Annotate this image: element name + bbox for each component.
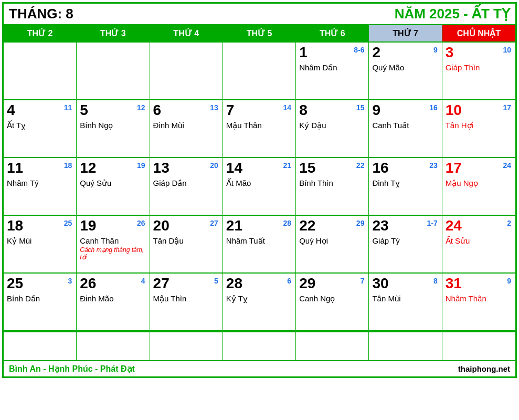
day-number: 26 [80,276,146,292]
day-number: 13 [153,160,219,176]
lunar-name: Quý Hợi [299,236,365,246]
lunar-name: Tân Mùi [372,294,438,303]
day-number: 5 [80,102,146,119]
day-cell-16: 1623Đinh Tỵ [369,158,442,216]
day-number: 2 [372,45,438,61]
lunar-name: Đinh Mùi [153,121,219,130]
lunar-name: Nhâm Dần [299,63,365,72]
day-header-thứ-5: THỨ 5 [223,25,296,41]
lunar-name: Nhâm Thân [446,294,512,303]
lunar-name: Bính Thìn [299,178,365,187]
lunar-number: 13 [210,103,218,112]
day-cell-28: 286Kỷ Tỵ [223,274,296,331]
extra-cell [442,332,515,361]
extra-cell [296,332,369,361]
day-number: 22 [299,218,365,234]
day-number: 18 [7,218,73,234]
lunar-number: 10 [503,46,511,54]
day-cell-4: 411Ất Tỵ [4,100,77,158]
day-number: 7 [226,102,292,119]
day-number: 17 [446,160,512,176]
lunar-number: 9 [507,277,511,285]
lunar-number: 8-6 [354,46,364,54]
day-cell-1: 18-6Nhâm Dần [296,43,369,100]
footer-website: thaiphong.net [458,364,510,373]
lunar-name: Ất Sửu [446,236,512,246]
day-header-thứ-7: THỨ 7 [369,25,442,41]
day-number: 16 [372,160,438,176]
lunar-number: 26 [137,219,145,227]
lunar-name: Mậu Thìn [153,294,219,303]
lunar-number: 16 [429,103,438,112]
extra-cell [150,332,223,361]
day-headers-row: THỨ 2THỨ 3THỨ 4THỨ 5THỨ 6THỨ 7CHỦ NHẬT [4,24,515,41]
empty-cell [223,43,296,100]
day-number: 9 [372,102,438,119]
day-note: Cách mạng tháng tám, tối [80,246,146,261]
lunar-name: Mậu Thân [226,121,292,130]
lunar-number: 2 [507,219,511,227]
day-cell-17: 1724Mậu Ngọ [442,158,515,216]
day-cell-12: 1219Quý Sửu [77,158,150,216]
lunar-number: 17 [503,103,511,112]
lunar-name: Quý Mão [372,63,438,72]
day-header-thứ-4: THỨ 4 [150,25,223,41]
day-number: 11 [7,160,73,176]
lunar-number: 22 [356,161,365,170]
day-number: 3 [446,45,512,61]
lunar-number: 4 [141,277,145,285]
lunar-number: 15 [356,103,365,112]
day-cell-25: 253Bính Dần [4,274,77,331]
day-cell-6: 613Đinh Mùi [150,100,223,158]
day-cell-14: 1421Ất Mão [223,158,296,216]
day-header-thứ-6: THỨ 6 [296,25,369,41]
day-cell-27: 275Mậu Thìn [150,274,223,331]
month-label: THÁNG: 8 [9,6,73,22]
lunar-name: Giáp Tý [372,236,438,245]
day-cell-2: 29Quý Mão [369,43,442,100]
day-number: 27 [153,276,219,292]
lunar-number: 11 [64,103,72,112]
lunar-number: 21 [283,161,292,170]
lunar-number: 12 [137,103,145,112]
lunar-name: Ất Tỵ [7,121,73,130]
lunar-name: Canh Tuất [372,121,438,130]
day-cell-18: 1825Kỷ Mùi [4,216,77,274]
lunar-name: Ất Mão [226,178,292,188]
day-number: 31 [446,276,512,292]
day-cell-9: 916Canh Tuất [369,100,442,158]
day-cell-19: 1926Canh ThânCách mạng tháng tám, tối [77,216,150,274]
lunar-name: Nhâm Tý [7,178,73,187]
lunar-name: Quý Sửu [80,178,146,188]
extra-cell [4,332,77,361]
lunar-number: 3 [68,277,72,285]
day-number: 30 [372,276,438,292]
empty-cell [77,43,150,100]
lunar-name: Đinh Mão [80,294,146,303]
lunar-number: 7 [361,277,365,285]
day-number: 8 [299,102,365,119]
day-cell-11: 1118Nhâm Tý [4,158,77,216]
day-cell-26: 264Đinh Mão [77,274,150,331]
day-number: 6 [153,102,219,119]
lunar-number: 9 [433,46,438,54]
lunar-name: Bính Dần [7,294,73,303]
day-cell-20: 2027Tân Dậu [150,216,223,274]
year-label: NĂM 2025 - ẤT TỴ [395,6,510,22]
lunar-number: 18 [64,161,72,170]
day-number: 10 [446,102,512,119]
extra-cell [369,332,442,361]
day-number: 15 [299,160,365,176]
lunar-name: Nhâm Tuất [226,236,292,246]
day-cell-13: 1320Giáp Dần [150,158,223,216]
day-cell-23: 231-7Giáp Tý [369,216,442,274]
lunar-number: 24 [503,161,511,170]
day-header-chủ-nhật: CHỦ NHẬT [442,25,515,41]
lunar-number: 1-7 [427,219,437,227]
lunar-name: Canh Ngọ [299,294,365,303]
lunar-number: 20 [210,161,218,170]
day-cell-3: 310Giáp Thìn [442,43,515,100]
lunar-name: Giáp Thìn [446,63,512,72]
lunar-name: Canh Thân [80,236,146,245]
extra-cell [223,332,296,361]
